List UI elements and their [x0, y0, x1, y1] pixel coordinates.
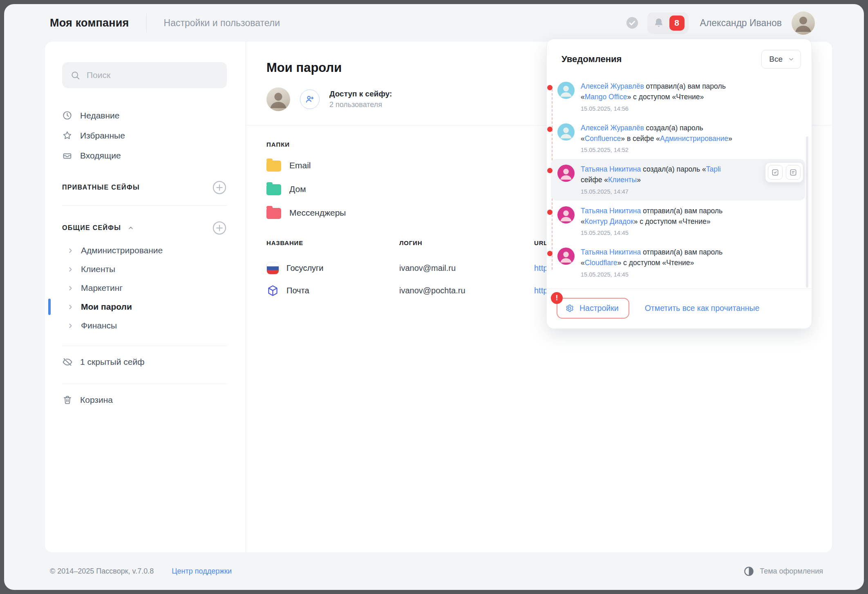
sender-avatar[interactable] — [557, 165, 575, 182]
notification-message: Татьяна Никитина отправил(а) вам пароль … — [581, 247, 798, 268]
notifications-scrollbar[interactable] — [806, 136, 808, 288]
unread-count-badge: 8 — [669, 16, 685, 31]
shared-vaults-title: ОБЩИЕ СЕЙФЫ — [62, 224, 121, 232]
person-plus-icon — [304, 94, 315, 105]
shared-vaults-section: ОБЩИЕ СЕЙФЫ — [62, 218, 227, 238]
private-vaults-title: ПРИВАТНЫЕ СЕЙФЫ — [62, 184, 140, 191]
sidebar: Недавние Избранные Входящие ПРИВАТНЫЕ СЕ… — [45, 42, 246, 552]
password-login[interactable]: ivanov@mail.ru — [399, 264, 534, 273]
sidebar-vault-item[interactable]: Клиенты — [62, 260, 227, 279]
sidebar-item-label: Недавние — [80, 111, 119, 121]
sender-name-link[interactable]: Татьяна Никитина — [581, 248, 641, 256]
column-header-name[interactable]: НАЗВАНИЕ — [266, 239, 399, 252]
unread-dot-icon — [547, 168, 553, 173]
notification-item[interactable]: Татьяна Никитина создал(а) пароль «Tapli… — [551, 159, 805, 201]
password-link[interactable]: Контур Диадок — [585, 217, 634, 226]
folder-icon — [266, 208, 281, 219]
sidebar-item-label: Избранные — [80, 131, 125, 141]
access-count: 2 пользователя — [329, 100, 392, 109]
bell-icon — [653, 17, 664, 29]
password-name[interactable]: Почта — [286, 286, 309, 295]
chevron-right-icon[interactable] — [67, 266, 74, 273]
filter-value: Все — [769, 55, 783, 64]
notifications-bell-button[interactable]: 8 — [647, 12, 689, 34]
sender-avatar[interactable] — [557, 123, 575, 141]
theme-toggle[interactable]: Тема оформления — [743, 566, 823, 577]
notification-settings-button[interactable]: ! Настройки — [557, 298, 629, 319]
sender-name-link[interactable]: Татьяна Никитина — [581, 207, 641, 215]
notification-item[interactable]: Татьяна Никитина отправил(а) вам пароль … — [551, 201, 805, 242]
settings-label: Настройки — [579, 304, 619, 313]
message-text: » с доступом «Чтение» — [634, 217, 711, 226]
topbar-divider — [146, 13, 147, 32]
password-link[interactable]: Mango Office — [585, 93, 627, 101]
sidebar-vault-item[interactable]: Администрирование — [62, 241, 227, 260]
company-name[interactable]: Моя компания — [50, 17, 129, 29]
access-label: Доступ к сейфу: — [329, 89, 392, 98]
password-link[interactable]: Confluence — [585, 134, 621, 143]
theme-half-circle-icon — [743, 566, 754, 577]
sender-name-link[interactable]: Алексей Журавлёв — [581, 82, 644, 90]
notifications-panel: Уведомления Все Алексей Журавлёв отправи… — [546, 39, 812, 329]
topbar: Моя компания Настройки и пользователи 8 … — [4, 4, 864, 42]
folder-icon — [266, 161, 281, 172]
password-type-icon — [266, 284, 279, 297]
notification-item[interactable]: Алексей Журавлёв создал(а) пароль «Confl… — [551, 118, 805, 159]
password-link[interactable]: Cloudflare — [585, 259, 617, 267]
user-avatar[interactable] — [792, 11, 815, 35]
notifications-footer: ! Настройки Отметить все как прочитанные — [547, 288, 812, 328]
current-user-name[interactable]: Александр Иванов — [700, 18, 782, 29]
vault-owner-avatar[interactable] — [266, 87, 290, 111]
add-private-vault-button[interactable] — [212, 180, 227, 195]
notification-item[interactable]: Татьяна Никитина отправил(а) вам пароль … — [551, 242, 805, 284]
vault-label: Клиенты — [81, 264, 115, 274]
password-link[interactable]: Tapli — [706, 165, 721, 173]
password-login[interactable]: ivanov@pochta.ru — [399, 286, 534, 295]
mark-all-read-link[interactable]: Отметить все как прочитанные — [645, 304, 760, 313]
support-center-link[interactable]: Центр поддержки — [172, 567, 232, 576]
search-box[interactable] — [62, 62, 227, 88]
message-text: сейфе « — [581, 176, 608, 184]
vault-label: Финансы — [81, 321, 117, 330]
access-info: Доступ к сейфу: 2 пользователя — [329, 89, 392, 109]
sidebar-item-recent[interactable]: Недавние — [62, 105, 227, 125]
hidden-vaults-button[interactable]: 1 скрытый сейф — [62, 348, 227, 375]
sender-avatar[interactable] — [557, 82, 575, 99]
message-text: » — [637, 176, 641, 184]
inbox-icon — [62, 150, 72, 161]
chevron-right-icon[interactable] — [67, 322, 74, 329]
check-circle-icon[interactable] — [625, 16, 639, 30]
search-input[interactable] — [87, 70, 219, 80]
open-note-button[interactable] — [786, 165, 801, 180]
private-vaults-section: ПРИВАТНЫЕ СЕЙФЫ — [62, 178, 227, 197]
add-shared-vault-button[interactable] — [212, 221, 227, 235]
vault-link[interactable]: Клиенты — [608, 176, 637, 184]
trash-button[interactable]: Корзина — [62, 386, 227, 413]
chevron-right-icon[interactable] — [67, 304, 74, 310]
password-name[interactable]: Госуслуги — [286, 264, 324, 273]
chevron-up-icon[interactable] — [127, 224, 135, 232]
sidebar-divider — [62, 384, 227, 384]
notification-body: Татьяна Никитина отправил(а) вам пароль … — [581, 205, 798, 237]
notification-timestamp: 15.05.2025, 14:45 — [581, 271, 798, 278]
notification-item[interactable]: Алексей Журавлёв отправил(а) вам пароль … — [551, 76, 805, 118]
sidebar-item-favorites[interactable]: Избранные — [62, 125, 227, 145]
sender-name-link[interactable]: Алексей Журавлёв — [581, 124, 644, 132]
chevron-right-icon[interactable] — [67, 285, 74, 292]
vault-link[interactable]: Администрирование — [660, 134, 728, 143]
sender-name-link[interactable]: Татьяна Никитина — [581, 165, 641, 173]
mark-read-button[interactable] — [768, 165, 783, 180]
chevron-right-icon[interactable] — [67, 247, 74, 254]
sender-avatar[interactable] — [557, 206, 575, 223]
add-user-button[interactable] — [300, 89, 320, 109]
sidebar-vault-item[interactable]: Мои пароли — [62, 297, 227, 316]
sender-avatar[interactable] — [557, 248, 575, 265]
sidebar-vault-item[interactable]: Маркетинг — [62, 279, 227, 297]
folder-icon — [266, 184, 281, 195]
search-icon — [70, 70, 81, 80]
settings-users-link[interactable]: Настройки и пользователи — [164, 18, 280, 29]
column-header-login[interactable]: ЛОГИН — [399, 239, 534, 252]
sidebar-vault-item[interactable]: Финансы — [62, 316, 227, 335]
sidebar-item-inbox[interactable]: Входящие — [62, 145, 227, 165]
notifications-filter-dropdown[interactable]: Все — [761, 50, 801, 69]
